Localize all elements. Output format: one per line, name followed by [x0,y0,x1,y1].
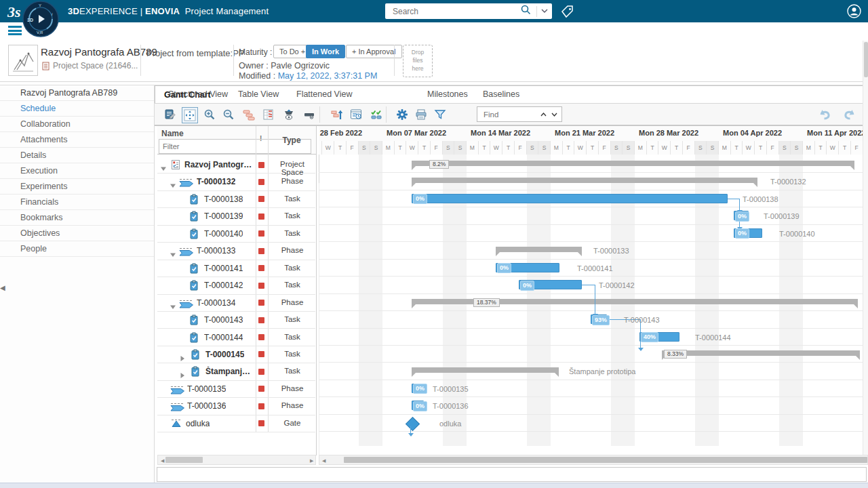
publish-view-icon[interactable] [281,107,296,122]
tab-structured-view[interactable]: Structured View [168,89,228,99]
row-expander-down-icon[interactable] [161,162,166,174]
row-name[interactable]: T-0000144 [204,333,243,342]
scroll-right-icon[interactable]: ▶ [310,458,313,464]
row-name[interactable]: T-0000142 [204,281,243,290]
search-input[interactable] [391,6,520,17]
table-row[interactable]: T-0000144Task [157,329,315,346]
tab-table-view[interactable]: Table View [238,89,279,99]
sidebar-item-collaboration[interactable]: Collaboration [0,117,154,132]
gantt-task-bar[interactable] [412,194,728,203]
row-name[interactable]: T-0000139 [204,211,243,221]
drop-files-zone[interactable]: Dropfileshere [403,45,433,77]
sidebar-item-attachments[interactable]: Attachments [0,132,154,148]
table-row[interactable]: T-0000143Task [157,311,315,329]
find-next-icon[interactable] [549,109,559,120]
gantt-summary-bar[interactable] [412,161,854,166]
find-input[interactable] [482,110,538,119]
hamburger-menu-icon[interactable] [8,26,22,37]
row-name[interactable]: T-0000140 [204,229,243,239]
table-row[interactable]: T-0000142Task [157,277,315,294]
table-row[interactable]: T-0000139Task [157,207,315,225]
page-vscroll-thumb[interactable] [864,42,868,77]
row-expander-down-icon[interactable] [170,300,176,312]
gantt-hscroll-thumb[interactable] [344,457,867,463]
critical-path-icon[interactable] [261,107,276,122]
gantt-summary-bar[interactable] [662,350,860,356]
scroll-left-icon[interactable]: ◀ [161,458,164,464]
row-name[interactable]: T-0000138 [204,195,243,204]
table-row[interactable]: T-0000133Phase [157,242,315,260]
table-row[interactable]: T-0000132Phase [157,173,315,190]
milestone-diamond[interactable] [405,417,419,431]
flatten-view-icon[interactable] [302,107,317,122]
row-expander-down-icon[interactable] [170,248,176,260]
row-name[interactable]: T-0000135 [187,384,226,394]
sidebar-item-people[interactable]: People [0,241,154,257]
undo-icon[interactable] [817,107,832,122]
table-row[interactable]: T-0000145Task [157,346,315,363]
sidebar-item-razvoj-pantografa-ab789[interactable]: Razvoj Pantografa AB789 [0,85,154,101]
sidebar-item-details[interactable]: Details [0,148,154,163]
sidebar-item-execution[interactable]: Execution [0,163,154,179]
row-name[interactable]: T-0000145 [205,350,244,359]
show-dependencies-icon[interactable] [241,107,256,122]
search-icon[interactable] [520,4,536,19]
reschedule-icon[interactable] [330,107,344,122]
table-row[interactable]: T-0000141Task [157,260,315,277]
sidebar-item-objectives[interactable]: Objectives [0,226,154,241]
row-name[interactable]: T-0000136 [187,401,226,411]
row-name[interactable]: T-0000132 [197,177,235,186]
row-expander-down-icon[interactable] [170,179,176,191]
gantt-summary-bar[interactable] [412,367,559,373]
zoom-out-icon[interactable] [221,107,236,122]
sidebar-item-experiments[interactable]: Experiments [0,179,154,195]
row-name[interactable]: T-0000143 [204,315,243,325]
gantt-summary-bar[interactable] [412,178,757,183]
sidebar-item-financials[interactable]: Financials [0,195,154,210]
table-row[interactable]: T-0000138Task [157,190,315,208]
row-name[interactable]: T-0000141 [204,264,243,273]
table-row[interactable]: T-0000134Phase [157,294,315,312]
sidebar-item-bookmarks[interactable]: Bookmarks [0,210,154,226]
name-column-header[interactable]: Name [161,129,184,138]
table-row[interactable]: T-0000135Phase [157,380,315,398]
panel-splitter[interactable] [316,126,317,455]
table-row[interactable]: T-0000136Phase [157,397,315,415]
maturity-state-inwork[interactable]: In Work [306,45,345,58]
compass-3dexperience-icon[interactable]: 3D V,R Y i [22,1,59,37]
table-row[interactable]: odlukaGate [157,415,315,432]
validate-tasks-icon[interactable] [369,107,384,122]
row-name[interactable]: T-0000134 [197,298,235,308]
scroll-left-icon[interactable]: ◀ [322,458,326,464]
user-profile-icon[interactable] [847,4,861,21]
tab-flattened-view[interactable]: Flattened View [296,89,352,99]
collapse-panel-arrow-icon[interactable]: ◀ [0,283,6,293]
table-hscroll-thumb[interactable] [165,457,203,463]
gantt-summary-bar[interactable] [496,247,582,252]
tag-icon[interactable] [561,5,574,21]
row-name[interactable]: Razvoj Pantografa AB789 [184,160,254,169]
row-expander-right-icon[interactable] [180,352,185,364]
warning-column-header[interactable]: ! [260,135,262,142]
tab-milestones[interactable]: Milestones [427,89,468,99]
table-row[interactable]: Razvoj Pantografa AB789Project Space [157,156,315,174]
search-scope-chevron-icon[interactable] [537,6,552,17]
edit-properties-icon[interactable] [163,107,178,122]
row-expander-right-icon[interactable] [180,369,185,381]
row-name[interactable]: Štampanje prototipa [205,367,254,376]
tab-baselines[interactable]: Baselines [483,89,519,99]
print-icon[interactable] [414,107,429,122]
redo-icon[interactable] [842,107,857,122]
table-row[interactable]: T-0000140Task [157,225,315,243]
scheduling-options-icon[interactable] [349,107,363,122]
fit-to-window-icon[interactable] [182,107,198,123]
table-row[interactable]: Štampanje prototipaTask [157,363,315,380]
zoom-in-icon[interactable] [202,107,217,122]
row-name[interactable]: T-0000133 [197,246,235,256]
sidebar-item-schedule[interactable]: Schedule [0,101,154,117]
type-column-header[interactable]: Type [268,126,315,155]
settings-gear-icon[interactable] [395,107,410,122]
project-thumbnail[interactable] [8,45,38,76]
filter-icon[interactable] [433,107,448,122]
find-previous-icon[interactable] [538,109,549,120]
